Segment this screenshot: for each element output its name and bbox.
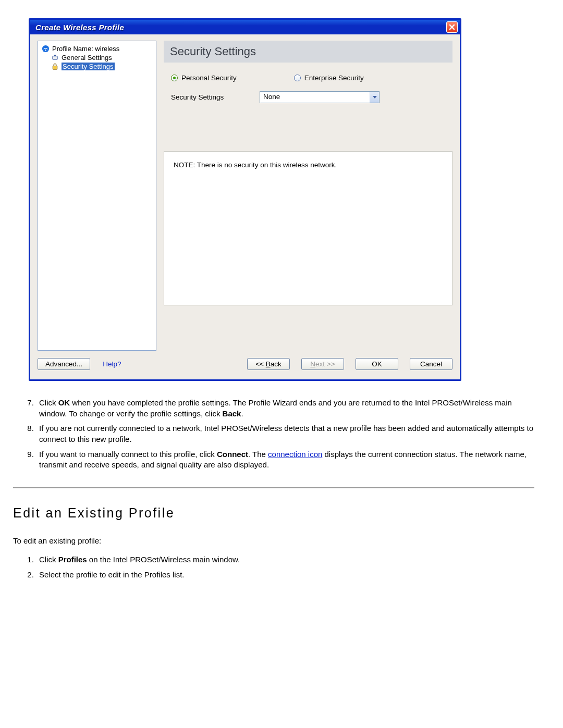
tree-item-profile[interactable]: Profile Name: wireless — [40, 44, 154, 53]
settings-pane: Security Settings Personal Security Ente… — [164, 41, 452, 351]
heading-edit-existing-profile: Edit an Existing Profile — [13, 504, 534, 522]
chevron-down-icon — [370, 92, 379, 103]
section-divider — [13, 487, 534, 488]
note-panel: NOTE: There is no security on this wirel… — [164, 151, 452, 305]
document-body: Click OK when you have completed the pro… — [8, 397, 540, 584]
radio-label: Personal Security — [181, 74, 237, 82]
dialog-button-row: Advanced... Help? << Back Next >> OK Can… — [38, 351, 452, 373]
svg-point-0 — [42, 45, 49, 52]
list-item: If you want to manually connect to this … — [36, 448, 534, 474]
window-body: Profile Name: wireless General Settings … — [30, 34, 460, 379]
security-settings-select[interactable]: None — [260, 91, 380, 103]
svg-rect-3 — [54, 55, 56, 56]
svg-point-1 — [45, 50, 46, 51]
svg-rect-4 — [53, 66, 57, 70]
svg-rect-2 — [53, 56, 57, 60]
close-icon[interactable] — [446, 21, 458, 33]
radio-enterprise-security[interactable]: Enterprise Security — [294, 74, 364, 82]
tree-item-security[interactable]: Security Settings — [50, 62, 154, 71]
tree-item-label: General Settings — [62, 54, 112, 61]
window-title: Create Wireless Profile — [35, 23, 446, 32]
connection-icon-link[interactable]: connection icon — [268, 450, 322, 459]
radio-icon — [171, 75, 178, 81]
cancel-button[interactable]: Cancel — [410, 358, 452, 370]
radio-personal-security[interactable]: Personal Security — [171, 74, 237, 82]
security-mode-radios: Personal Security Enterprise Security — [164, 63, 452, 90]
back-button[interactable]: << Back — [247, 358, 290, 370]
instruction-list-continued: Click OK when you have completed the pro… — [13, 397, 534, 474]
device-icon — [51, 54, 59, 61]
tree-item-label: Profile Name: wireless — [52, 45, 119, 53]
security-settings-label: Security Settings — [171, 93, 260, 101]
security-settings-row: Security Settings None — [164, 90, 452, 115]
tree-item-label: Security Settings — [62, 63, 115, 70]
help-link[interactable]: Help? — [103, 360, 121, 368]
section-header: Security Settings — [164, 41, 452, 63]
list-item: Click OK when you have completed the pro… — [36, 397, 534, 422]
list-item: If you are not currently connected to a … — [36, 422, 534, 448]
lead-text: To edit an existing profile: — [13, 536, 534, 547]
edit-profile-steps: Click Profiles on the Intel PROSet/Wirel… — [13, 553, 534, 583]
radio-icon — [294, 75, 301, 81]
dialog-window: Create Wireless Profile Profile Name: wi… — [29, 18, 461, 381]
advanced-button[interactable]: Advanced... — [38, 358, 90, 370]
ok-button[interactable]: OK — [356, 358, 398, 370]
note-text: NOTE: There is no security on this wirel… — [174, 161, 337, 169]
select-value: None — [260, 92, 370, 103]
wifi-icon — [42, 45, 50, 53]
radio-label: Enterprise Security — [304, 74, 364, 82]
list-item: Click Profiles on the Intel PROSet/Wirel… — [36, 553, 534, 569]
profile-tree[interactable]: Profile Name: wireless General Settings … — [38, 41, 156, 351]
lock-icon — [51, 63, 59, 70]
titlebar[interactable]: Create Wireless Profile — [30, 20, 460, 34]
next-button: Next >> — [301, 358, 344, 370]
list-item: Select the profile to edit in the Profil… — [36, 569, 534, 584]
tree-item-general[interactable]: General Settings — [50, 53, 154, 62]
